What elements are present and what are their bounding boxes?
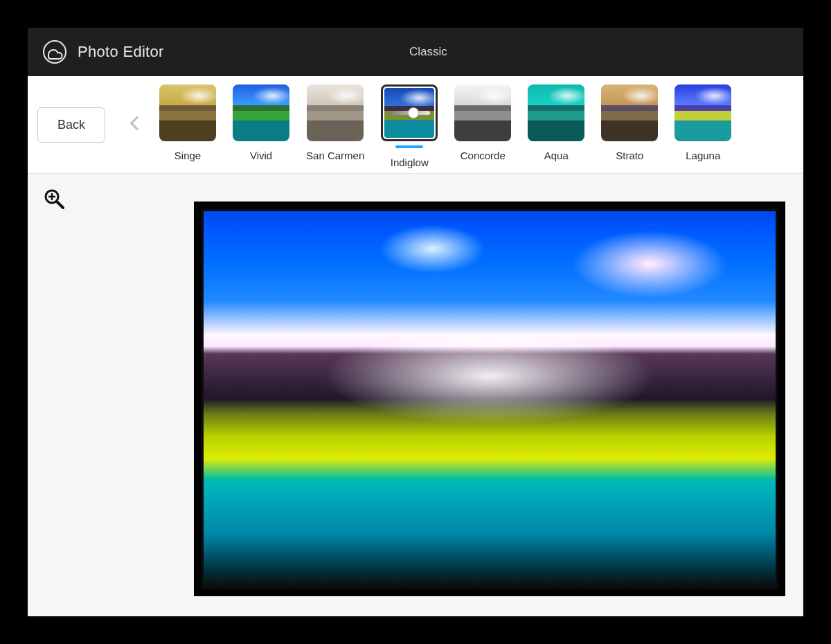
svg-point-0 bbox=[44, 41, 66, 63]
filter-thumbnail-image bbox=[454, 84, 511, 141]
filter-item-indiglow[interactable]: Indiglow bbox=[381, 84, 438, 168]
creative-cloud-logo-icon bbox=[42, 39, 68, 65]
image-preview[interactable] bbox=[201, 208, 778, 589]
filter-thumbnail-image bbox=[528, 84, 584, 141]
filter-bar: Back SingeVividSan CarmenIndiglowConcord… bbox=[28, 76, 803, 174]
filter-thumbnail-image bbox=[159, 84, 216, 141]
filter-item-san-carmen[interactable]: San Carmen bbox=[306, 84, 364, 161]
filter-category-label: Classic bbox=[164, 45, 692, 59]
filter-thumbnail-image bbox=[674, 84, 731, 141]
app-title: Photo Editor bbox=[78, 43, 164, 61]
canvas-area bbox=[28, 174, 803, 616]
filter-thumbnail[interactable] bbox=[307, 84, 364, 141]
filter-thumbnail[interactable] bbox=[454, 84, 511, 141]
filter-thumbnail-image bbox=[233, 84, 289, 141]
zoom-in-icon[interactable] bbox=[43, 188, 65, 213]
filter-label: Aqua bbox=[544, 150, 569, 161]
image-preview-frame bbox=[194, 202, 785, 596]
filter-item-vivid[interactable]: Vivid bbox=[233, 84, 289, 161]
back-button[interactable]: Back bbox=[37, 107, 105, 143]
filter-item-laguna[interactable]: Laguna bbox=[674, 84, 731, 161]
filter-item-strato[interactable]: Strato bbox=[601, 84, 658, 161]
filter-thumbnail[interactable] bbox=[159, 84, 216, 141]
filter-thumbnail[interactable] bbox=[528, 84, 584, 141]
filter-label: Strato bbox=[616, 150, 643, 161]
filter-label: Laguna bbox=[686, 150, 720, 161]
filter-thumbnail-image bbox=[307, 84, 364, 141]
filter-thumbnail-image bbox=[601, 84, 658, 141]
filter-thumbnail[interactable] bbox=[381, 84, 438, 141]
slider-knob-icon[interactable] bbox=[408, 107, 419, 118]
filter-item-aqua[interactable]: Aqua bbox=[528, 84, 584, 161]
filter-label: Concorde bbox=[461, 150, 506, 161]
filter-label: Singe bbox=[175, 150, 201, 161]
scroll-left-button[interactable] bbox=[126, 114, 144, 135]
app-window: Photo Editor Classic Back SingeVividSan … bbox=[28, 28, 803, 616]
filter-list: SingeVividSan CarmenIndiglowConcordeAqua… bbox=[159, 82, 799, 168]
filter-thumbnail[interactable] bbox=[601, 84, 658, 141]
filter-thumbnail[interactable] bbox=[674, 84, 731, 141]
filter-item-concorde[interactable]: Concorde bbox=[454, 84, 511, 161]
svg-line-2 bbox=[57, 202, 63, 208]
filter-label: Indiglow bbox=[391, 156, 429, 168]
filter-item-singe[interactable]: Singe bbox=[159, 84, 216, 161]
filter-thumbnail[interactable] bbox=[233, 84, 289, 141]
filter-label: Vivid bbox=[250, 150, 272, 161]
selected-indicator bbox=[395, 145, 423, 148]
header-bar: Photo Editor Classic bbox=[28, 28, 803, 76]
filter-intensity-slider[interactable] bbox=[388, 111, 430, 115]
filter-label: San Carmen bbox=[306, 150, 364, 161]
